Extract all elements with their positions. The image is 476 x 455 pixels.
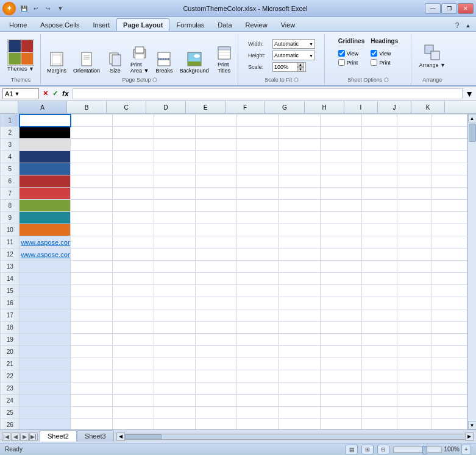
cell-empty[interactable] [154,236,195,249]
cell-empty[interactable] [237,115,279,127]
cell-a21[interactable] [20,358,71,370]
cell-empty[interactable] [237,334,279,346]
cell-empty[interactable] [279,358,320,370]
cell-empty[interactable] [432,383,467,395]
cell-empty[interactable] [279,224,320,236]
gridlines-view-checkbox[interactable] [338,50,345,57]
cell-empty[interactable] [196,261,237,273]
horizontal-scrollbar[interactable]: ◀ ▶ [114,430,476,443]
cell-a10[interactable] [20,224,71,236]
cell-a1[interactable] [20,115,71,127]
cell-empty[interactable] [361,163,397,175]
vertical-scrollbar[interactable]: ▲ ▼ [467,114,476,429]
cell-empty[interactable] [237,188,279,200]
cell-empty[interactable] [279,139,320,151]
cell-empty[interactable] [397,212,432,224]
cell-empty[interactable] [196,383,237,395]
cell-empty[interactable] [71,188,112,200]
scroll-down-arrow[interactable]: ▼ [468,421,477,429]
col-header-d[interactable]: D [146,101,186,113]
col-header-c[interactable]: C [107,101,146,113]
cell-a3[interactable] [20,139,71,151]
cell-empty[interactable] [432,224,467,236]
cell-empty[interactable] [154,285,195,297]
cell-empty[interactable] [71,407,112,419]
tab-home[interactable]: Home [2,18,34,31]
background-button[interactable]: Background [177,49,211,76]
cell-a6[interactable] [20,175,71,188]
cell-a17[interactable] [20,309,71,322]
row-number[interactable]: 20 [1,346,20,358]
cell-empty[interactable] [237,395,279,407]
cell-empty[interactable] [279,370,320,383]
cell-empty[interactable] [279,249,320,261]
cell-empty[interactable] [397,297,432,309]
cell-empty[interactable] [196,212,237,224]
cell-empty[interactable] [397,115,432,127]
cell-empty[interactable] [237,261,279,273]
cell-empty[interactable] [71,175,112,188]
hscroll-left[interactable]: ◀ [116,432,125,441]
cell-empty[interactable] [237,297,279,309]
cell-empty[interactable] [361,285,397,297]
sheet-next-btn[interactable]: ▶ [20,432,29,441]
cell-empty[interactable] [112,297,154,309]
cell-empty[interactable] [154,212,195,224]
cell-a19[interactable] [20,334,71,346]
cell-empty[interactable] [320,273,361,285]
cell-a8[interactable] [20,200,71,212]
cell-empty[interactable] [196,358,237,370]
formula-input[interactable] [73,88,463,99]
cell-empty[interactable] [320,334,361,346]
cell-empty[interactable] [71,419,112,430]
cell-empty[interactable] [154,395,195,407]
cell-empty[interactable] [154,334,195,346]
undo-quick-btn[interactable]: ↩ [30,3,41,14]
scale-input[interactable]: 100% ▲ ▼ [272,62,306,72]
cell-empty[interactable] [397,200,432,212]
cell-empty[interactable] [279,273,320,285]
cell-empty[interactable] [361,236,397,249]
cell-empty[interactable] [397,346,432,358]
cell-empty[interactable] [237,224,279,236]
cell-empty[interactable] [279,346,320,358]
cell-empty[interactable] [320,407,361,419]
zoom-slider-thumb[interactable] [422,446,427,454]
cell-empty[interactable] [71,334,112,346]
cell-empty[interactable] [432,322,467,334]
cell-empty[interactable] [432,285,467,297]
cell-empty[interactable] [196,395,237,407]
row-number[interactable]: 18 [1,322,20,334]
cell-a2[interactable] [20,127,71,139]
restore-button[interactable]: ❐ [441,3,457,14]
orientation-button[interactable]: Orientation [71,49,102,76]
row-number[interactable]: 21 [1,358,20,370]
cell-empty[interactable] [196,407,237,419]
page-layout-view-btn[interactable]: ⊞ [361,445,374,454]
cell-empty[interactable] [112,334,154,346]
cell-empty[interactable] [361,395,397,407]
formula-insert-btn[interactable]: fx [61,90,70,98]
cell-empty[interactable] [432,346,467,358]
row-number[interactable]: 9 [1,212,20,224]
cell-empty[interactable] [320,188,361,200]
cell-empty[interactable] [432,309,467,322]
cell-empty[interactable] [279,236,320,249]
row-number[interactable]: 13 [1,261,20,273]
row-number[interactable]: 25 [1,407,20,419]
cell-empty[interactable] [71,249,112,261]
cell-empty[interactable] [71,383,112,395]
row-number[interactable]: 14 [1,273,20,285]
grid-scroll[interactable]: 1234567891011www.aspose.com12www.aspose.… [0,114,467,429]
cell-empty[interactable] [320,115,361,127]
cell-empty[interactable] [71,163,112,175]
width-input[interactable]: Automatic ▼ [272,39,315,49]
cell-empty[interactable] [112,175,154,188]
cell-empty[interactable] [112,212,154,224]
cell-empty[interactable] [361,309,397,322]
cell-a26[interactable] [20,419,71,430]
scroll-up-arrow[interactable]: ▲ [468,114,477,122]
cell-empty[interactable] [154,407,195,419]
tab-formulas[interactable]: Formulas [169,18,211,31]
cell-empty[interactable] [432,151,467,163]
